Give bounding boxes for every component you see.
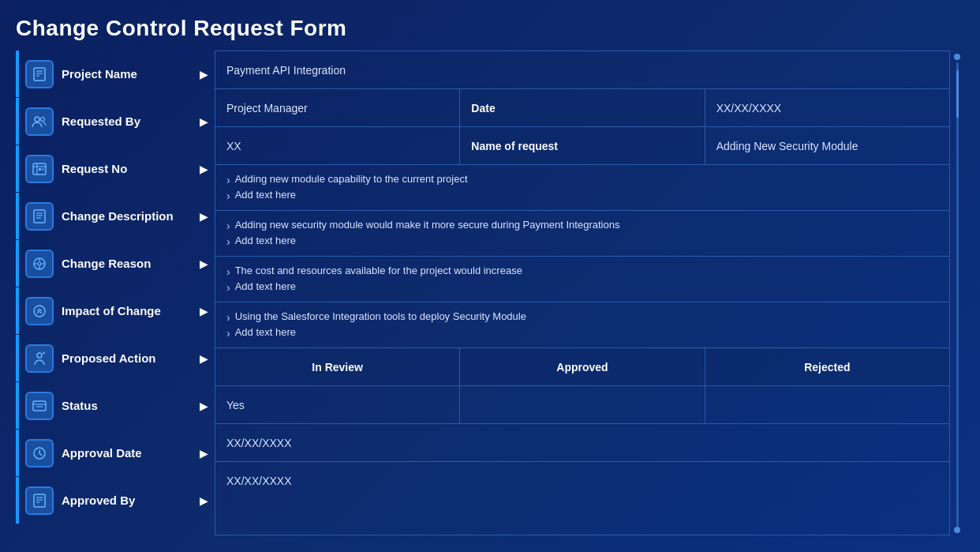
- row-project-name: Payment API Integration: [215, 51, 949, 89]
- row-change-reason: › Adding new security module would make …: [215, 211, 949, 257]
- sidebar-arrow-approval-date: ▶: [200, 447, 208, 460]
- approved-by-value: XX/XX/XXXX: [226, 475, 291, 487]
- status-approved-label: Approved: [556, 361, 608, 374]
- proposed-action-bullet-2: › Add text here: [226, 326, 526, 340]
- proposed-action-icon: [25, 344, 54, 373]
- row-approval-date: XX/XX/XXXX: [215, 424, 949, 462]
- change-reason-bullet-1: › Adding new security module would make …: [226, 219, 619, 232]
- cell-requested-by-value: Project Manager: [215, 89, 460, 126]
- sidebar-arrow-impact-of-change: ▶: [200, 305, 208, 317]
- scrollbar[interactable]: [950, 51, 964, 535]
- cell-date-label: Date: [460, 89, 705, 126]
- cell-approved-by-value: XX/XX/XXXX: [215, 462, 949, 500]
- cell-name-of-request-value: Adding New Security Module: [705, 127, 949, 164]
- sidebar-item-project-name[interactable]: Project Name ▶: [16, 51, 215, 97]
- sidebar-label-request-no: Request No: [62, 162, 196, 175]
- cell-status-rejected-value: [705, 386, 949, 423]
- scroll-track[interactable]: [956, 62, 959, 527]
- sidebar-arrow-project-name: ▶: [200, 68, 208, 81]
- sidebar-label-impact-of-change: Impact of Change: [62, 304, 196, 317]
- name-of-request-value: Adding New Security Module: [716, 140, 858, 152]
- sidebar-label-approval-date: Approval Date: [62, 446, 196, 460]
- cell-proposed-action: › Using the Salesforce Integration tools…: [215, 302, 949, 347]
- svg-rect-11: [34, 210, 45, 223]
- proposed-action-bullet-2-text: Add text here: [235, 326, 296, 338]
- impact-bullet-1: › The cost and resources available for t…: [226, 265, 522, 278]
- change-description-content: › Adding new module capability to the cu…: [226, 173, 468, 202]
- impact-bullet-2-text: Add text here: [235, 280, 296, 292]
- date-label: Date: [471, 102, 495, 115]
- page-title: Change Control Request Form: [16, 16, 964, 41]
- change-reason-bullet-2: › Add text here: [226, 235, 619, 248]
- cell-impact-of-change: › The cost and resources available for t…: [215, 257, 949, 302]
- proposed-action-bullet-1: › Using the Salesforce Integration tools…: [226, 310, 526, 324]
- change-reason-bullet-2-text: Add text here: [235, 235, 296, 246]
- impact-bullet-2: › Add text here: [226, 280, 522, 294]
- scroll-dot-bottom: [954, 527, 960, 533]
- row-impact-of-change: › The cost and resources available for t…: [215, 257, 949, 302]
- sidebar-item-requested-by[interactable]: Requested By ▶: [16, 98, 215, 145]
- cell-status-in-review: In Review: [215, 348, 460, 385]
- status-icon: [25, 392, 54, 420]
- sidebar-label-requested-by: Requested By: [62, 115, 196, 128]
- date-value: XX/XX/XXXX: [716, 102, 781, 115]
- row-proposed-action: › Using the Salesforce Integration tools…: [215, 302, 949, 348]
- approval-date-value: XX/XX/XXXX: [226, 437, 291, 449]
- sidebar: Project Name ▶ Requested By ▶: [16, 51, 215, 535]
- change-description-bullet-1-text: Adding new module capability to the curr…: [235, 173, 468, 185]
- sidebar-label-project-name: Project Name: [62, 67, 196, 81]
- change-reason-content: › Adding new security module would make …: [226, 219, 619, 248]
- cell-status-approved: Approved: [460, 348, 705, 385]
- status-in-review-value: Yes: [226, 399, 245, 411]
- approved-by-icon: [25, 486, 54, 515]
- svg-point-4: [35, 117, 39, 122]
- sidebar-arrow-change-description: ▶: [200, 210, 208, 223]
- cell-status-in-review-value: Yes: [215, 386, 460, 423]
- cell-request-no-value: XX: [215, 127, 460, 164]
- sidebar-label-approved-by: Approved By: [62, 494, 196, 507]
- cell-status-rejected: Rejected: [705, 348, 949, 385]
- svg-point-5: [41, 117, 45, 121]
- sidebar-item-impact-of-change[interactable]: Impact of Change ▶: [16, 287, 215, 334]
- sidebar-item-change-description[interactable]: Change Description ▶: [16, 193, 215, 239]
- row-status-header: In Review Approved Rejected: [215, 348, 949, 386]
- sidebar-arrow-status: ▶: [200, 400, 208, 412]
- status-in-review-label: In Review: [312, 361, 363, 374]
- sidebar-arrow-request-no: ▶: [200, 163, 208, 175]
- sidebar-item-approved-by[interactable]: Approved By ▶: [16, 477, 215, 524]
- content-area: Payment API Integration Project Manager …: [215, 51, 950, 535]
- svg-rect-9: [39, 168, 41, 171]
- proposed-action-bullet-1-text: Using the Salesforce Integration tools t…: [235, 310, 526, 322]
- row-requested-by: Project Manager Date XX/XX/XXXX: [215, 89, 949, 127]
- requested-by-icon: [25, 107, 54, 136]
- sidebar-arrow-requested-by: ▶: [200, 115, 208, 128]
- svg-rect-0: [34, 68, 45, 81]
- scroll-thumb[interactable]: [956, 70, 959, 118]
- impact-content: › The cost and resources available for t…: [226, 265, 522, 294]
- change-description-bullet-2-text: Add text here: [235, 189, 296, 201]
- sidebar-arrow-approved-by: ▶: [200, 494, 208, 507]
- change-description-bullet-2: › Add text here: [226, 189, 468, 202]
- row-approved-by: XX/XX/XXXX: [215, 462, 949, 500]
- sidebar-item-request-no[interactable]: Request No ▶: [16, 145, 215, 192]
- impact-bullet-1-text: The cost and resources available for the…: [235, 265, 522, 276]
- change-description-icon: [25, 202, 54, 231]
- project-name-value: Payment API Integration: [226, 64, 346, 77]
- sidebar-label-proposed-action: Proposed Action: [62, 351, 196, 365]
- sidebar-item-approval-date[interactable]: Approval Date ▶: [16, 430, 215, 476]
- approval-date-icon: [25, 439, 54, 468]
- sidebar-item-proposed-action[interactable]: Proposed Action ▶: [16, 335, 215, 381]
- impact-of-change-icon: [25, 297, 54, 325]
- sidebar-label-change-description: Change Description: [62, 209, 196, 223]
- status-rejected-label: Rejected: [804, 361, 850, 374]
- sidebar-label-status: Status: [62, 399, 196, 412]
- change-description-bullet-1: › Adding new module capability to the cu…: [226, 173, 468, 186]
- sidebar-arrow-proposed-action: ▶: [200, 352, 208, 365]
- name-of-request-label: Name of request: [471, 140, 558, 152]
- sidebar-item-status[interactable]: Status ▶: [16, 382, 215, 429]
- cell-change-description: › Adding new module capability to the cu…: [215, 165, 949, 210]
- svg-rect-25: [33, 401, 46, 411]
- cell-date-value: XX/XX/XXXX: [705, 89, 949, 126]
- sidebar-item-change-reason[interactable]: Change Reason ▶: [16, 240, 215, 287]
- row-request-no: XX Name of request Adding New Security M…: [215, 127, 949, 165]
